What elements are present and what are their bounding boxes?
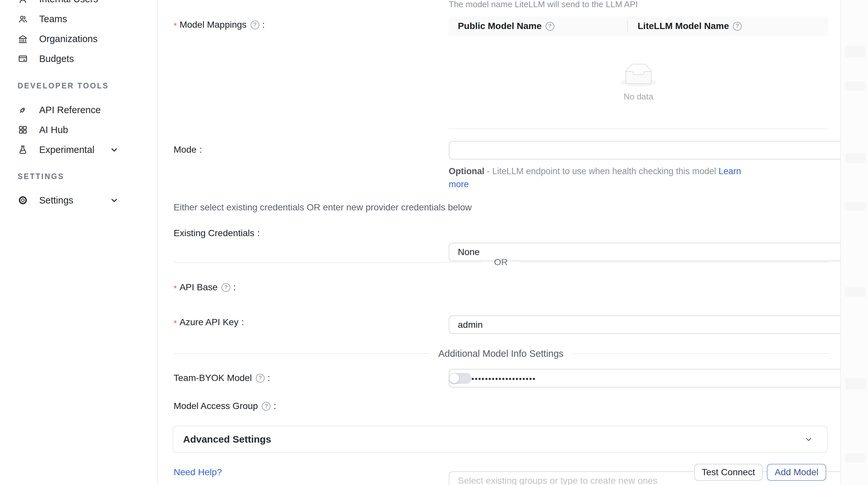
or-divider: OR — [174, 257, 828, 267]
help-circle-icon[interactable]: ? — [262, 402, 271, 411]
column-header-public-model-name: Public Model Name ? — [449, 21, 627, 31]
chevron-down-icon — [804, 434, 813, 444]
advanced-settings-title: Advanced Settings — [183, 434, 271, 445]
required-marker: * — [174, 21, 177, 31]
select-placeholder: Select existing groups or type to create… — [458, 476, 657, 485]
sidebar-item-experimental[interactable]: Experimental — [0, 139, 157, 160]
background-page-edge — [840, 0, 868, 485]
sidebar-item-internal-users[interactable]: Internal Users — [0, 0, 157, 9]
help-circle-icon[interactable]: ? — [546, 22, 554, 31]
empty-state-text: No data — [624, 92, 653, 102]
litellm-model-name-help: The model name LiteLLM will send to the … — [449, 0, 638, 9]
credit-card-icon — [17, 53, 28, 64]
api-base-input[interactable]: admin — [449, 315, 868, 334]
table-header: Public Model Name ? LiteLLM Model Name ? — [449, 16, 828, 36]
empty-inbox-icon — [621, 64, 656, 87]
chevron-down-icon — [110, 145, 119, 154]
add-model-form: The model name LiteLLM will send to the … — [159, 0, 840, 485]
selected-value: None — [458, 247, 480, 257]
sidebar-item-api-reference[interactable]: API Reference — [0, 100, 157, 120]
sidebar-item-settings[interactable]: Settings — [0, 190, 157, 211]
azure-api-key-label: * Azure API Key : — [174, 316, 244, 328]
help-circle-icon[interactable]: ? — [733, 22, 742, 31]
additional-info-divider: Additional Model Info Settings — [174, 348, 828, 359]
help-circle-icon[interactable]: ? — [256, 374, 265, 383]
bank-icon — [17, 33, 28, 44]
team-byok-toggle[interactable] — [449, 373, 471, 384]
empty-state: No data — [449, 36, 828, 129]
mode-help-text: Optional - LiteLLM endpoint to use when … — [449, 165, 821, 191]
api-base-label: * API Base ? : — [174, 282, 236, 293]
column-header-litellm-model-name: LiteLLM Model Name ? — [627, 21, 742, 31]
grid-icon — [17, 124, 28, 135]
gear-icon — [17, 195, 28, 206]
sidebar-item-label: AI Hub — [39, 125, 68, 135]
credentials-note: Either select existing credentials OR en… — [174, 202, 472, 213]
sidebar-section-developer-tools: DEVELOPER TOOLS — [18, 82, 109, 90]
help-circle-icon[interactable]: ? — [251, 21, 259, 29]
team-byok-label: Team-BYOK Model ? : — [174, 372, 270, 384]
chevron-down-icon — [110, 196, 119, 205]
sidebar-item-label: API Reference — [39, 105, 101, 116]
toggle-knob — [450, 374, 459, 383]
api-plug-icon — [17, 104, 28, 116]
required-marker: * — [174, 318, 177, 328]
azure-api-key-input[interactable]: ••••••••••••••••••••••• — [449, 369, 868, 387]
header-divider — [627, 21, 628, 32]
sidebar-item-label: Internal Users — [39, 0, 98, 5]
sidebar-item-teams[interactable]: Teams — [0, 9, 157, 29]
sidebar-item-organizations[interactable]: Organizations — [0, 29, 157, 49]
sidebar-item-label: Organizations — [39, 34, 98, 44]
sidebar-item-label: Settings — [39, 195, 73, 206]
model-access-group-label: Model Access Group ? : — [174, 400, 276, 412]
test-connect-button[interactable]: Test Connect — [694, 464, 763, 481]
input-value: admin — [458, 320, 483, 330]
add-model-button[interactable]: Add Model — [767, 464, 826, 481]
flask-icon — [17, 144, 28, 155]
required-marker: * — [174, 284, 177, 294]
sidebar-item-label: Experimental — [39, 144, 94, 155]
mode-select[interactable] — [449, 141, 868, 160]
help-circle-icon[interactable]: ? — [222, 283, 230, 292]
existing-credentials-label: Existing Credentials : — [174, 227, 260, 239]
sidebar-item-label: Budgets — [39, 54, 74, 64]
model-mappings-label: * Model Mappings ? : — [174, 19, 265, 31]
need-help-link[interactable]: Need Help? — [174, 467, 222, 478]
user-icon — [17, 0, 28, 5]
team-icon — [17, 13, 28, 25]
sidebar-item-budgets[interactable]: Budgets — [0, 48, 157, 69]
add-model-page: Internal Users Teams Organizations Budge… — [0, 0, 868, 485]
sidebar-nav: Internal Users Teams Organizations Budge… — [0, 0, 158, 485]
sidebar-section-settings: SETTINGS — [18, 172, 64, 181]
advanced-settings-panel[interactable]: Advanced Settings — [173, 426, 828, 453]
learn-more-link[interactable]: Learn — [718, 166, 741, 176]
sidebar-item-label: Teams — [39, 14, 67, 25]
additional-info-divider-text: Additional Model Info Settings — [438, 348, 563, 359]
mode-label: Mode : — [174, 144, 202, 156]
model-mappings-table: Public Model Name ? LiteLLM Model Name ? — [449, 16, 828, 129]
sidebar-item-ai-hub[interactable]: AI Hub — [0, 120, 157, 140]
or-divider-text: OR — [494, 257, 508, 267]
learn-more-link[interactable]: more — [449, 180, 469, 189]
